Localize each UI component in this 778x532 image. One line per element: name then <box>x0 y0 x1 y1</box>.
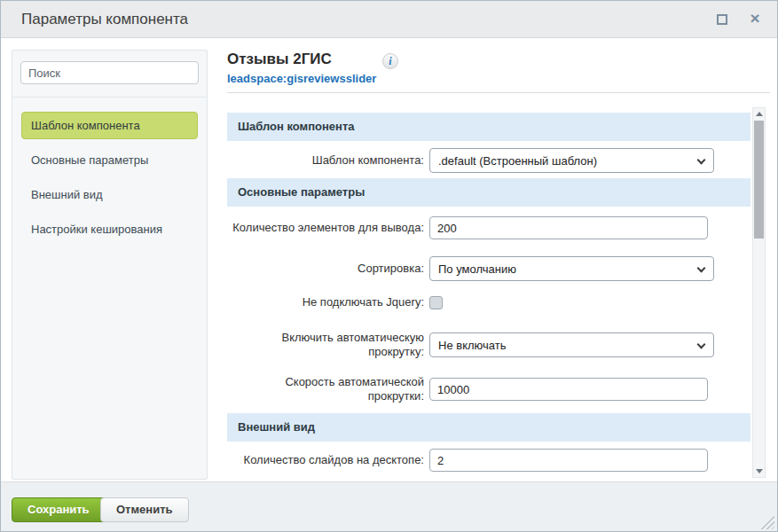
header-divider <box>227 92 770 93</box>
form-scrollbar[interactable] <box>752 107 766 478</box>
section-header-main-params: Основные параметры <box>227 178 750 207</box>
scroll-speed-input[interactable] <box>429 378 708 401</box>
sidebar-divider <box>12 97 207 98</box>
maximize-icon[interactable] <box>717 14 727 25</box>
sidebar-item-appearance[interactable]: Внешний вид <box>21 181 198 208</box>
parameters-form: Шаблон компонента Шаблон компонента: .de… <box>227 106 750 480</box>
field-label: Не подключать Jquery: <box>227 295 429 309</box>
form-row: Шаблон компонента: .default (Встроенный … <box>227 148 750 173</box>
section-header-appearance: Внешний вид <box>227 413 750 442</box>
field-label: Включить автоматическую прокрутку: <box>227 331 429 359</box>
chevron-down-icon <box>697 340 706 349</box>
select-value: По умолчанию <box>438 262 516 276</box>
parameters-sidebar: Шаблон компонента Основные параметры Вне… <box>12 50 208 480</box>
autoscroll-select[interactable]: Не включать <box>429 332 714 357</box>
component-code: leadspace:gisreviewsslider <box>227 72 750 85</box>
field-label: Количество элементов для вывода: <box>227 221 429 235</box>
field-label: Сортировка: <box>227 262 429 276</box>
search-input[interactable] <box>20 61 199 84</box>
component-parameters-dialog: Параметры компонента × Шаблон компонента… <box>0 0 778 532</box>
form-row: Включить автоматическую прокрутку: Не вк… <box>227 331 750 359</box>
form-row: Скорость автоматической прокрутки: <box>227 375 750 403</box>
scrollbar-thumb[interactable] <box>754 121 764 239</box>
component-header: Отзывы 2ГИС i leadspace:gisreviewsslider <box>227 51 750 85</box>
resize-grip[interactable] <box>760 515 774 529</box>
close-icon[interactable]: × <box>746 8 764 29</box>
chevron-down-icon <box>697 264 706 273</box>
dialog-title: Параметры компонента <box>21 11 188 28</box>
form-row: Сортировка: По умолчанию <box>227 256 750 281</box>
sidebar-item-template[interactable]: Шаблон компонента <box>21 112 198 139</box>
component-title: Отзывы 2ГИС <box>227 51 332 68</box>
save-button[interactable]: Сохранить <box>12 497 106 522</box>
form-row: Количество слайдов на десктопе: <box>227 449 750 472</box>
select-value: .default (Встроенный шаблон) <box>438 154 597 168</box>
dialog-titlebar: Параметры компонента × <box>1 1 777 38</box>
field-label: Количество слайдов на десктопе: <box>227 453 429 467</box>
scroll-down-icon[interactable] <box>753 466 765 477</box>
elements-count-input[interactable] <box>429 216 708 239</box>
jquery-checkbox[interactable] <box>429 296 443 309</box>
desktop-slides-input[interactable] <box>429 449 708 472</box>
template-select[interactable]: .default (Встроенный шаблон) <box>429 148 714 173</box>
sidebar-item-main-params[interactable]: Основные параметры <box>21 146 198 174</box>
sidebar-menu: Шаблон компонента Основные параметры Вне… <box>21 112 198 243</box>
field-label: Шаблон компонента: <box>227 153 429 168</box>
form-row: Не подключать Jquery: <box>227 295 750 309</box>
form-row: Количество элементов для вывода: <box>227 216 750 239</box>
field-label: Скорость автоматической прокрутки: <box>227 375 429 403</box>
scroll-up-icon[interactable] <box>753 108 765 120</box>
info-icon[interactable]: i <box>382 53 398 69</box>
sorting-select[interactable]: По умолчанию <box>429 256 714 281</box>
select-value: Не включать <box>438 339 506 352</box>
chevron-down-icon <box>697 156 706 165</box>
dialog-footer: Сохранить Отменить <box>1 481 777 532</box>
cancel-button[interactable]: Отменить <box>100 497 189 522</box>
section-header-template: Шаблон компонента <box>227 113 750 141</box>
sidebar-item-cache-settings[interactable]: Настройки кеширования <box>21 215 198 243</box>
